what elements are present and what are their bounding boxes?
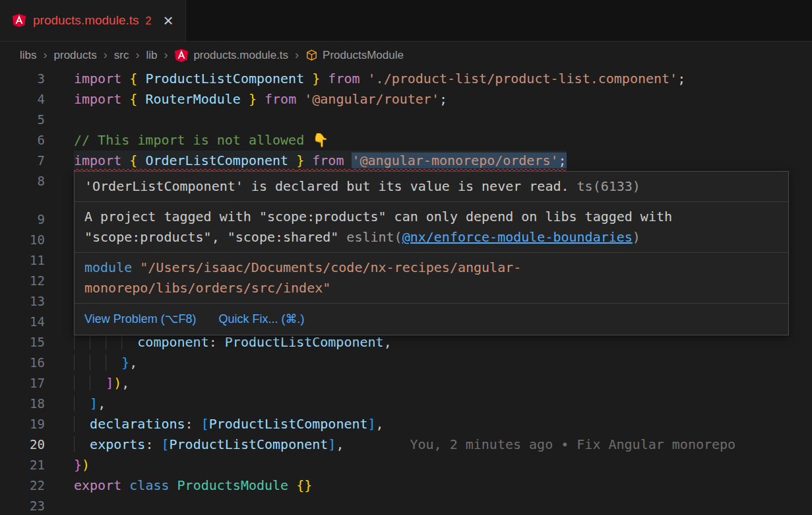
code-token: , [98,395,106,411]
code-line-content[interactable]: import { OrderListComponent } from '@ang… [74,151,567,171]
line-number[interactable]: 3 [0,69,45,89]
code-token: '@angular-monorepo/orders' [352,153,558,168]
code-line-20: 20 exports: [ProductListComponent],You, … [0,434,812,455]
breadcrumb-item-products[interactable]: products [54,49,97,62]
code-token: {} [296,477,312,493]
eslint-rule-link[interactable]: @nx/enforce-module-boundaries [402,229,633,245]
tab-problems-badge: 2 [146,14,152,27]
code-line-5: 5 [0,110,812,130]
breadcrumb-item-productsmodule[interactable]: ProductsModule [305,49,404,62]
breadcrumb-label: products.module.ts [193,49,288,62]
code-line-22: 22export class ProductsModule {} [0,475,812,496]
tab-products-module-ts[interactable]: products.module.ts 2 × [0,0,186,41]
code-line-content[interactable]: }) [74,455,90,475]
line-number[interactable]: 17 [0,373,45,394]
tab-bar: products.module.ts 2 × [0,0,812,42]
line-number[interactable]: 21 [0,455,45,475]
breadcrumb-item-lib[interactable]: lib [146,49,157,62]
code-line-content[interactable]: import { RouterModule } from '@angular/r… [74,89,447,110]
code-token: } [296,153,304,168]
code-token: } [249,91,257,107]
close-icon[interactable]: × [163,12,173,29]
code-token: from [320,71,367,86]
eslint-diagnostic: A project tagged with "scope:products" c… [75,202,788,253]
angular-icon [12,13,26,28]
code-line-17: 17 ]), [0,373,812,394]
code-token: ] [90,395,98,411]
code-token: ] [106,375,113,391]
line-number[interactable]: 15 [0,332,45,353]
line-number[interactable]: 7 [0,151,45,171]
ts-diagnostic-message: 'OrderListComponent' is declared but its… [84,178,569,194]
code-token: import [74,71,129,86]
indent-guide [74,416,90,432]
module-quickinfo: module "/Users/isaac/Documents/code/nx-r… [75,253,788,304]
code-line-content[interactable]: }, [74,353,137,373]
code-token: ProductListComponent [209,416,368,432]
code-token: } [121,355,129,370]
code-token: ProductsModule [177,477,297,493]
code-line-19: 19 declarations: [ProductListComponent], [0,414,812,434]
breadcrumb-item-src[interactable]: src [114,49,129,62]
line-number[interactable]: 23 [0,496,45,515]
vscode-window: products.module.ts 2 × libs›products›src… [0,0,812,515]
line-number[interactable]: 12 [0,271,45,291]
line-number[interactable]: 8 [0,171,45,191]
line-number[interactable]: 13 [0,291,45,312]
code-token: } [74,457,82,473]
indent-guide [74,355,121,370]
line-number[interactable]: 19 [0,414,45,434]
code-token: from [257,91,304,107]
view-problem-action[interactable]: View Problem (⌥F8) [84,309,196,329]
hover-diagnostics-popup: 'OrderListComponent' is declared but its… [74,171,789,335]
breadcrumb-separator: › [164,48,168,62]
line-number[interactable]: 9 [0,209,45,230]
breadcrumb-separator: › [135,48,139,62]
code-token: } [312,71,320,86]
code-token: : [185,416,201,432]
line-number[interactable]: 18 [0,394,45,414]
line-number[interactable]: 10 [0,230,45,250]
code-line-content[interactable]: ], [74,394,106,414]
code-line-23: 23 [0,496,812,515]
code-token: ProductListComponent [170,436,328,452]
code-token: , [384,334,392,350]
module-path-line2: monorepo/libs/orders/src/index" [84,280,330,296]
code-line-content[interactable]: import { ProductListComponent } from './… [74,69,685,89]
git-blame-annotation: You, 2 minutes ago • Fix Angular monorep… [410,436,735,452]
code-token: { [129,91,137,107]
breadcrumb-item-libs[interactable]: libs [20,49,37,62]
breadcrumb-label: libs [20,49,37,62]
code-token: [ [201,416,209,432]
code-line-4: 4import { RouterModule } from '@angular/… [0,89,812,110]
line-number[interactable]: 4 [0,89,45,110]
quick-fix-action[interactable]: Quick Fix... (⌘.) [218,309,304,329]
code-token: // This import is not allowed [74,132,312,148]
breadcrumb-separator: › [104,48,108,62]
line-number[interactable]: 20 [0,434,45,455]
code-line-content[interactable]: export class ProductsModule {} [74,475,312,496]
module-path-line1: "/Users/isaac/Documents/code/nx-recipes/… [132,259,521,275]
line-number[interactable]: 14 [0,312,45,332]
hover-actions: View Problem (⌥F8)Quick Fix... (⌘.) [75,304,788,335]
module-keyword: module [84,259,132,275]
code-token: ) [82,457,90,473]
line-number[interactable]: 6 [0,130,45,151]
code-token: ] [368,416,376,432]
indent-guide [74,436,90,452]
code-line-content[interactable]: ]), [74,373,129,394]
code-line-content[interactable]: // This import is not allowed 👇 [74,130,328,151]
line-number[interactable]: 5 [0,110,45,130]
code-line-content[interactable]: declarations: [ProductListComponent], [74,414,384,434]
indent-guide [74,334,137,350]
code-line-content[interactable]: exports: [ProductListComponent],You, 2 m… [74,434,735,455]
line-number[interactable]: 11 [0,250,45,271]
line-number[interactable]: 22 [0,475,45,496]
code-token: ; [677,71,685,86]
code-token: , [121,375,129,391]
line-number[interactable]: 16 [0,353,45,373]
breadcrumb-item-products-module-ts[interactable]: products.module.ts [174,48,288,63]
code-token: ] [328,436,336,452]
code-token: : [209,334,225,350]
code-token: RouterModule [137,91,249,107]
